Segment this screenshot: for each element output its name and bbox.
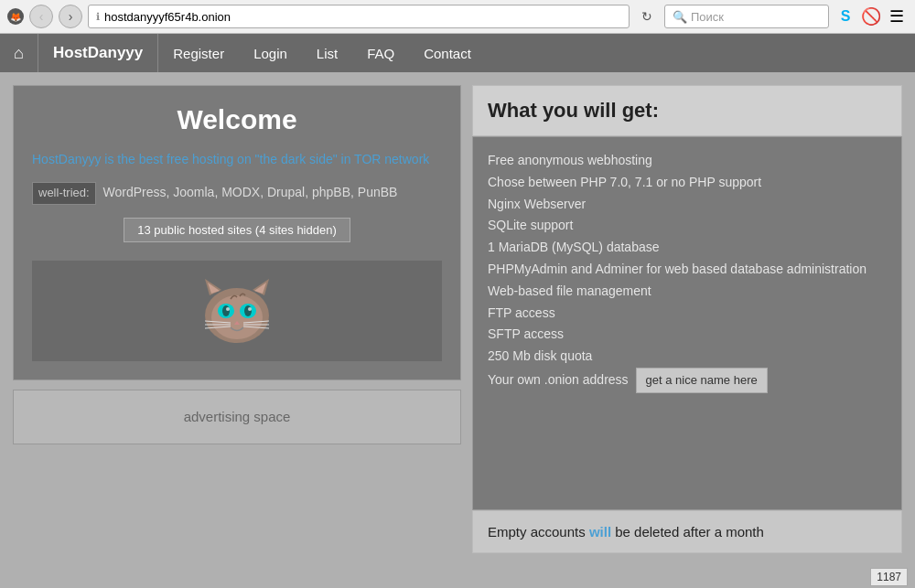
refresh-button[interactable]: ↻ [635,5,659,28]
left-panel: Welcome HostDanyyy is the best free host… [13,85,461,553]
info-icon: ℹ [96,11,100,23]
nav-home-button[interactable]: ⌂ [0,34,38,72]
onion-address-line: Your own .onion address get a nice name … [488,368,887,393]
visit-counter: 1187 [870,568,908,586]
welcome-title: Welcome [32,104,442,135]
well-tried-apps: WordPress, Joomla, MODX, Drupal, phpBB, … [103,185,398,199]
features-title: What you will get: [472,85,902,136]
right-panel: What you will get: Free anonymous webhos… [472,85,902,553]
advertising-space: advertising space [13,390,461,444]
search-placeholder: Поиск [691,10,724,24]
browser-icons: S 🚫 ☰ [834,5,908,27]
feature-item-5: PHPMyAdmin and Adminer for web based dat… [488,259,887,281]
feature-item-3: SQLite support [488,215,887,237]
empty-accounts-text-2: be deleted after a month [611,524,764,540]
feature-item-9: 250 Mb disk quota [488,346,887,368]
empty-accounts-highlight: will [589,524,611,540]
feature-item-7: FTP access [488,303,887,325]
svg-point-10 [226,307,230,311]
cat-image [196,270,278,352]
feature-item-8: SFTP access [488,324,887,346]
nav-list[interactable]: List [302,34,352,72]
menu-icon[interactable]: ☰ [886,5,908,27]
welcome-box: Welcome HostDanyyy is the best free host… [13,85,461,380]
nav-links: Register Login List FAQ Contact [158,34,486,72]
nav-login[interactable]: Login [239,34,302,72]
empty-accounts-text-1: Empty accounts [488,524,589,540]
nav-register[interactable]: Register [158,34,239,72]
features-box: Free anonymous webhosting Chose between … [472,136,902,510]
nav-brand: HostDanyyy [38,34,158,72]
svg-point-9 [244,305,252,316]
get-name-button[interactable]: get a nice name here [636,368,768,393]
counter-bar: 1187 [0,566,915,588]
browser-toolbar: 🦊 ‹ › ℹ hostdanyyyf65r4b.onion ↻ 🔍 Поиск… [0,0,915,33]
svg-point-11 [248,307,252,311]
forward-button[interactable]: › [59,5,82,28]
nav-faq[interactable]: FAQ [352,34,409,72]
url-text: hostdanyyyf65r4b.onion [104,10,231,24]
feature-item-0: Free anonymous webhosting [488,150,887,172]
nav-contact[interactable]: Contact [409,34,486,72]
home-icon: ⌂ [14,44,24,63]
site-nav: ⌂ HostDanyyy Register Login List FAQ Con… [0,34,915,72]
search-bar[interactable]: 🔍 Поиск [664,5,829,28]
browser-menu-icon[interactable]: 🦊 [7,8,24,25]
feature-item-4: 1 MariaDB (MySQL) database [488,237,887,259]
well-tried-badge: well-tried: [32,182,96,205]
onion-address-label: Your own .onion address [488,369,629,391]
address-bar[interactable]: ℹ hostdanyyyf65r4b.onion [88,5,630,28]
feature-item-2: Nginx Webserver [488,194,887,216]
empty-accounts-notice: Empty accounts will be deleted after a m… [472,510,902,553]
hosted-sites-button[interactable]: 13 public hosted sites (4 sites hidden) [124,218,350,242]
svg-point-5 [211,295,263,339]
skype-icon[interactable]: S [834,5,856,27]
svg-point-8 [222,305,230,316]
cat-image-box [32,261,442,361]
well-tried-section: well-tried: WordPress, Joomla, MODX, Dru… [32,182,442,205]
feature-item-1: Chose between PHP 7.0, 7.1 or no PHP sup… [488,172,887,194]
main-content: Welcome HostDanyyy is the best free host… [0,72,915,566]
welcome-description: HostDanyyy is the best free hosting on "… [32,150,442,169]
advertising-text: advertising space [184,409,291,424]
feature-item-6: Web-based file management [488,281,887,303]
search-icon: 🔍 [673,10,687,24]
back-button[interactable]: ‹ [29,5,53,28]
no-icon[interactable]: 🚫 [860,5,882,27]
browser-chrome: 🦊 ‹ › ℹ hostdanyyyf65r4b.onion ↻ 🔍 Поиск… [0,0,915,34]
